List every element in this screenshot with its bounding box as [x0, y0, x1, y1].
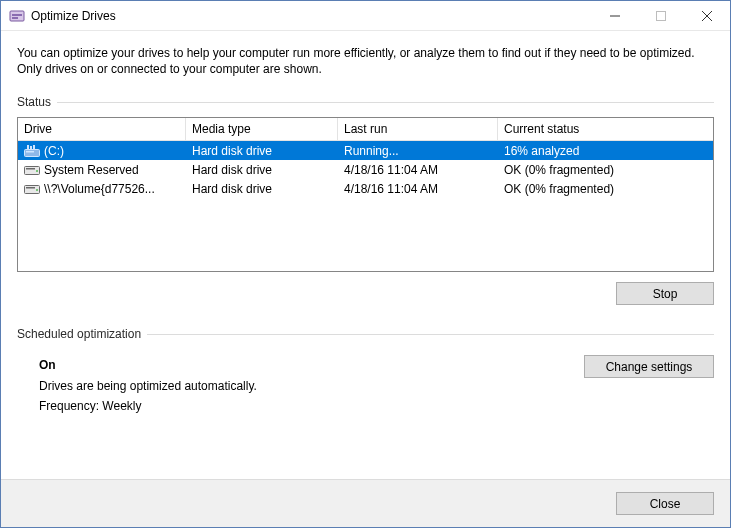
col-status[interactable]: Current status: [498, 118, 713, 141]
svg-rect-11: [33, 145, 35, 149]
schedule-on: On: [39, 355, 257, 375]
drive-media: Hard disk drive: [186, 182, 338, 196]
drive-lastrun: Running...: [338, 144, 498, 158]
status-label: Status: [17, 95, 51, 109]
drive-status: 16% analyzed: [498, 144, 713, 158]
drives-list[interactable]: Drive Media type Last run Current status…: [17, 117, 714, 272]
drive-name: System Reserved: [44, 163, 139, 177]
drive-lastrun: 4/18/16 11:04 AM: [338, 182, 498, 196]
svg-point-14: [36, 170, 38, 172]
svg-rect-16: [26, 187, 35, 189]
svg-rect-8: [26, 151, 34, 153]
col-lastrun[interactable]: Last run: [338, 118, 498, 141]
col-media[interactable]: Media type: [186, 118, 338, 141]
close-button[interactable]: Close: [616, 492, 714, 515]
drive-icon: [24, 164, 40, 176]
window-title: Optimize Drives: [31, 9, 592, 23]
table-row[interactable]: System ReservedHard disk drive4/18/16 11…: [18, 160, 713, 179]
col-drive[interactable]: Drive: [18, 118, 186, 141]
maximize-button: [638, 1, 684, 30]
divider: [57, 102, 714, 103]
drive-status: OK (0% fragmented): [498, 163, 713, 177]
drive-name: (C:): [44, 144, 64, 158]
drive-lastrun: 4/18/16 11:04 AM: [338, 163, 498, 177]
svg-rect-2: [12, 17, 18, 19]
divider: [147, 334, 714, 335]
table-row[interactable]: \\?\Volume{d77526...Hard disk drive4/18/…: [18, 179, 713, 198]
schedule-freq: Frequency: Weekly: [39, 396, 257, 416]
footer: Close: [1, 479, 730, 527]
svg-rect-4: [657, 11, 666, 20]
drive-name: \\?\Volume{d77526...: [44, 182, 155, 196]
drive-status: OK (0% fragmented): [498, 182, 713, 196]
intro-text: You can optimize your drives to help you…: [17, 45, 714, 77]
close-window-button[interactable]: [684, 1, 730, 30]
table-row[interactable]: (C:)Hard disk driveRunning...16% analyze…: [18, 141, 713, 160]
svg-rect-13: [26, 168, 35, 170]
list-header: Drive Media type Last run Current status: [18, 118, 713, 141]
change-settings-button[interactable]: Change settings: [584, 355, 714, 378]
drive-icon: [24, 145, 40, 157]
svg-point-17: [36, 189, 38, 191]
svg-rect-1: [12, 14, 22, 16]
status-section-label: Status: [17, 95, 714, 109]
svg-rect-7: [25, 149, 40, 156]
app-icon: [9, 8, 25, 24]
drive-icon: [24, 183, 40, 195]
schedule-section-label: Scheduled optimization: [17, 327, 714, 341]
titlebar: Optimize Drives: [1, 1, 730, 31]
minimize-button[interactable]: [592, 1, 638, 30]
svg-rect-10: [30, 146, 32, 149]
stop-button[interactable]: Stop: [616, 282, 714, 305]
drive-media: Hard disk drive: [186, 144, 338, 158]
schedule-label: Scheduled optimization: [17, 327, 141, 341]
drive-media: Hard disk drive: [186, 163, 338, 177]
schedule-desc: Drives are being optimized automatically…: [39, 376, 257, 396]
window-controls: [592, 1, 730, 30]
svg-rect-9: [27, 145, 29, 149]
